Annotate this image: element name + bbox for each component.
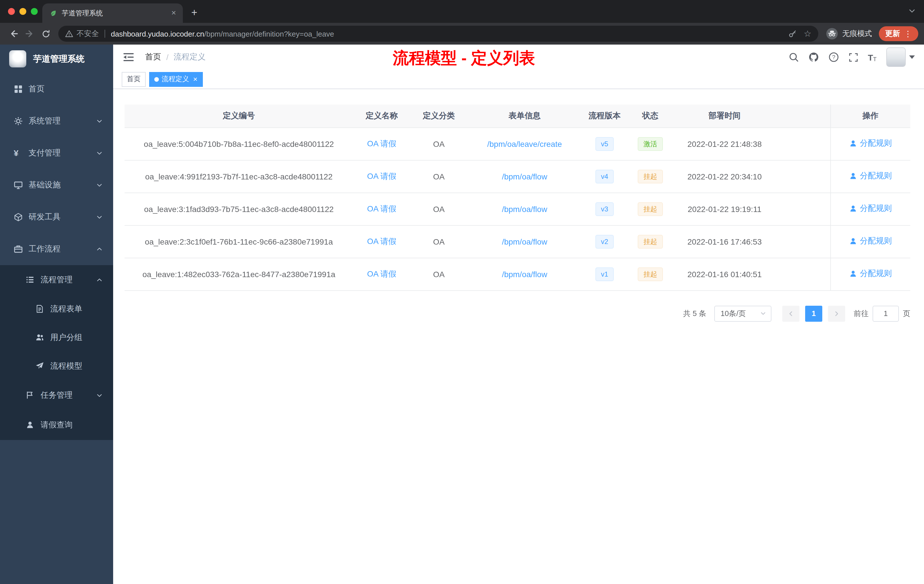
status-badge: 激活 bbox=[638, 137, 663, 150]
sidebar-item-leave-query[interactable]: 请假查询 bbox=[0, 410, 113, 440]
definition-name-link[interactable]: OA 请假 bbox=[367, 139, 396, 148]
pagination: 共 5 条 10条/页 1 前往 页 bbox=[125, 305, 910, 322]
tab-close-icon[interactable]: × bbox=[169, 8, 178, 18]
bookmark-star-icon[interactable]: ☆ bbox=[804, 28, 812, 39]
tag-process-definition[interactable]: 流程定义 × bbox=[149, 72, 203, 87]
col-status: 状态 bbox=[627, 105, 673, 127]
window-controls bbox=[8, 8, 38, 15]
back-button[interactable] bbox=[6, 26, 22, 42]
assign-rule-link[interactable]: 分配规则 bbox=[849, 236, 892, 246]
form-link[interactable]: /bpm/oa/flow bbox=[502, 204, 548, 213]
person-icon bbox=[26, 421, 35, 430]
user-menu[interactable] bbox=[886, 48, 915, 67]
deploy-time: 2022-01-16 01:40:51 bbox=[673, 258, 776, 290]
deploy-time: 2022-01-22 19:19:11 bbox=[673, 193, 776, 225]
minimize-window-button[interactable] bbox=[20, 8, 26, 15]
definition-table: 定义编号 定义名称 定义分类 表单信息 流程版本 状态 部署时间 操作 bbox=[125, 105, 910, 290]
sidebar-item-user-group[interactable]: 用户分组 bbox=[0, 323, 113, 352]
definition-name-link[interactable]: OA 请假 bbox=[367, 269, 396, 278]
goto-page-input[interactable] bbox=[873, 305, 899, 322]
address-bar[interactable]: 不安全 dashboard.yudao.iocoder.cn/bpm/manag… bbox=[58, 26, 818, 42]
fullscreen-icon[interactable] bbox=[848, 52, 858, 62]
sidebar-item-process-form[interactable]: 流程表单 bbox=[0, 295, 113, 323]
assign-rule-link[interactable]: 分配规则 bbox=[849, 138, 892, 148]
definition-name-link[interactable]: OA 请假 bbox=[367, 204, 396, 213]
zoom-window-button[interactable] bbox=[31, 8, 38, 15]
assign-rule-link[interactable]: 分配规则 bbox=[849, 171, 892, 181]
avatar[interactable] bbox=[886, 48, 906, 67]
assign-rule-link[interactable]: 分配规则 bbox=[849, 269, 892, 279]
definition-id: oa_leave:4:991f2193-7b7f-11ec-a3c8-acde4… bbox=[125, 160, 353, 193]
definition-category: OA bbox=[410, 225, 467, 258]
browser-menu-icon[interactable]: ⋮ bbox=[904, 29, 912, 38]
definition-name-link[interactable]: OA 请假 bbox=[367, 171, 396, 180]
browser-window: 芋道管理系统 × + 不安全 dashboard.yudao.iocoder.c… bbox=[0, 0, 924, 584]
form-link[interactable]: /bpm/oa/flow bbox=[502, 237, 548, 246]
browser-tab[interactable]: 芋道管理系统 × bbox=[42, 3, 183, 23]
page-size-select[interactable]: 10条/页 bbox=[714, 305, 771, 322]
font-size-icon[interactable]: TT bbox=[868, 52, 876, 62]
breadcrumb-separator: / bbox=[166, 53, 168, 62]
tab-search-icon[interactable] bbox=[908, 7, 916, 15]
breadcrumb-current: 流程定义 bbox=[174, 52, 206, 62]
new-tab-button[interactable]: + bbox=[186, 5, 202, 21]
briefcase-icon bbox=[14, 244, 23, 254]
col-operation: 操作 bbox=[830, 105, 910, 127]
chevron-down-icon bbox=[96, 118, 103, 125]
sidebar-item-process-management[interactable]: 流程管理 bbox=[0, 265, 113, 295]
reload-button[interactable] bbox=[38, 26, 54, 42]
total-count-label: 共 5 条 bbox=[683, 308, 706, 318]
status-badge: 挂起 bbox=[638, 267, 663, 281]
assign-rule-link[interactable]: 分配规则 bbox=[849, 203, 892, 214]
forward-button[interactable] bbox=[22, 26, 38, 42]
version-badge: v2 bbox=[595, 234, 614, 248]
prev-page-button[interactable] bbox=[782, 305, 799, 322]
gear-icon bbox=[14, 117, 23, 126]
security-warning-icon[interactable] bbox=[65, 30, 73, 38]
chevron-up-icon bbox=[96, 277, 103, 284]
table-row: oa_leave:5:004b710b-7b8a-11ec-8ef0-acde4… bbox=[125, 127, 910, 160]
definition-category: OA bbox=[410, 258, 467, 290]
version-badge: v5 bbox=[595, 137, 614, 150]
search-icon[interactable] bbox=[788, 52, 799, 62]
update-button[interactable]: 更新 ⋮ bbox=[879, 26, 918, 41]
definition-name-link[interactable]: OA 请假 bbox=[367, 236, 396, 246]
sidebar-item-workflow[interactable]: 工作流程 bbox=[0, 233, 113, 265]
help-icon[interactable]: ? bbox=[828, 52, 838, 62]
yen-icon: ¥ bbox=[14, 148, 23, 158]
sidebar-item-process-model[interactable]: 流程模型 bbox=[0, 352, 113, 381]
tag-close-icon[interactable]: × bbox=[193, 76, 198, 83]
sidebar-item-devtools[interactable]: 研发工具 bbox=[0, 201, 113, 233]
form-link[interactable]: /bpm/oa/flow bbox=[502, 172, 548, 181]
chevron-down-icon bbox=[96, 214, 103, 221]
sidebar-item-task-management[interactable]: 任务管理 bbox=[0, 381, 113, 410]
breadcrumb-home[interactable]: 首页 bbox=[145, 52, 161, 62]
browser-toolbar: 不安全 dashboard.yudao.iocoder.cn/bpm/manag… bbox=[0, 23, 924, 45]
next-page-button[interactable] bbox=[828, 305, 845, 322]
incognito-label: 无痕模式 bbox=[842, 28, 872, 39]
omnibox-divider bbox=[105, 30, 105, 38]
tab-favicon-icon bbox=[49, 9, 57, 17]
svg-text:?: ? bbox=[832, 54, 835, 60]
table-row: oa_leave:2:3c1f0ef1-76b1-11ec-9c66-a2380… bbox=[125, 225, 910, 258]
form-link[interactable]: /bpm/oa/flow bbox=[502, 269, 548, 279]
security-label[interactable]: 不安全 bbox=[77, 28, 99, 39]
url-text[interactable]: dashboard.yudao.iocoder.cn/bpm/manager/d… bbox=[111, 30, 334, 38]
page-number-button[interactable]: 1 bbox=[805, 305, 822, 322]
sidebar-toggle-button[interactable] bbox=[122, 51, 135, 63]
github-icon[interactable] bbox=[808, 52, 818, 62]
sidebar-item-system[interactable]: 系统管理 bbox=[0, 105, 113, 137]
tag-home[interactable]: 首页 bbox=[122, 72, 146, 87]
close-window-button[interactable] bbox=[8, 8, 15, 15]
table-row: oa_leave:4:991f2193-7b7f-11ec-a3c8-acde4… bbox=[125, 160, 910, 193]
sidebar-logo[interactable]: 芋道管理系统 bbox=[0, 45, 113, 73]
form-link[interactable]: /bpm/oa/leave/create bbox=[487, 139, 562, 148]
workflow-submenu: 流程管理 流程表单 用户分组 bbox=[0, 265, 113, 440]
chevron-down-icon bbox=[96, 182, 103, 188]
sidebar-item-payment[interactable]: ¥ 支付管理 bbox=[0, 137, 113, 169]
password-key-icon[interactable] bbox=[788, 29, 797, 38]
sidebar-item-home[interactable]: 首页 bbox=[0, 73, 113, 105]
tags-view-bar: 首页 流程定义 × bbox=[113, 70, 924, 89]
sidebar-item-infrastructure[interactable]: 基础设施 bbox=[0, 169, 113, 201]
definition-category: OA bbox=[410, 193, 467, 225]
